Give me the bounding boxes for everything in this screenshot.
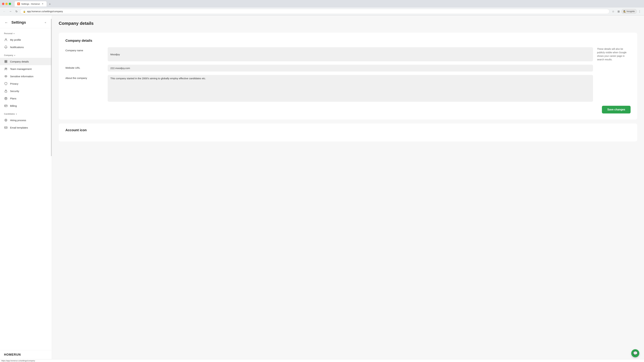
svg-point-13 [5,120,6,121]
page-title: Company details [59,21,637,26]
website-url-input[interactable] [108,65,593,71]
svg-rect-10 [4,105,7,107]
sensitive-information-label: Sensitive information [10,75,33,78]
reload-btn[interactable]: ↻ [14,9,19,14]
tab-favicon: H [17,2,20,5]
forward-btn[interactable]: → [8,9,13,14]
people-icon [4,67,8,71]
svg-point-6 [6,68,7,69]
svg-rect-11 [5,106,6,106]
email-templates-label: Email templates [10,126,28,129]
company-name-input[interactable] [108,47,593,61]
sidebar-collapse-btn[interactable]: « [43,20,48,25]
hiring-process-label: Hiring process [10,119,26,122]
app-container: ← Settings « Personal ▾ My profile [0,15,644,359]
company-details-label: Company details [10,60,29,63]
sidebar-item-my-profile[interactable]: My profile [0,36,52,43]
sidebar-item-security[interactable]: Security [0,87,52,95]
account-icon-card-title: Account icon [66,128,630,132]
window-controls [2,3,11,5]
sidebar-back-btn[interactable]: ← [4,20,9,25]
logo-text: HOMERUN [4,353,48,357]
sidebar-item-billing[interactable]: Billing [0,102,52,109]
lock-icon [4,89,8,93]
active-tab[interactable]: H Settings · Homerun ✕ [14,1,47,6]
about-company-row: About the company This company started i… [66,75,630,102]
extension-btn[interactable]: ⊞ [616,9,621,14]
chat-icon: 💬 [633,351,638,356]
svg-point-5 [5,68,6,69]
chat-bubble-btn[interactable]: 💬 [631,349,639,357]
sidebar-item-plans[interactable]: Plans [0,95,52,102]
sidebar-item-notifications[interactable]: Notifications [0,43,52,51]
company-chevron-icon: ▾ [14,54,15,56]
sidebar-item-hiring-process[interactable]: Hiring process [0,116,52,124]
address-bar[interactable]: 🔒 app.homerun.co/settings/company [20,9,610,14]
billing-label: Billing [10,104,17,107]
incognito-label: Incognito [626,10,635,12]
candidates-chevron-icon: ▾ [16,113,17,115]
incognito-badge[interactable]: 🕵 Incognito [622,9,636,14]
svg-rect-3 [5,62,6,63]
candidates-section-label: Candidates ▾ [0,111,52,116]
status-url: https://app.homerun.co/settings/company [1,360,35,362]
main-content: Company details Company details Company … [52,15,644,359]
company-name-label: Company name [66,47,102,52]
personal-chevron-icon: ▾ [14,33,14,34]
nav-bar: ← → ↻ 🔒 app.homerun.co/settings/company … [0,7,644,15]
new-tab-btn[interactable]: + [48,2,52,6]
sidebar-scrollbar-thumb[interactable] [51,19,52,156]
box-icon [4,96,8,100]
team-management-label: Team management [10,67,32,70]
my-profile-label: My profile [10,38,21,41]
svg-rect-1 [5,60,6,61]
maximize-window-btn[interactable] [9,3,11,5]
svg-rect-9 [5,91,7,92]
content-area: Company details Company name These detai… [52,29,644,152]
sidebar-scrollbar[interactable] [51,15,52,359]
security-label: Security [10,90,19,92]
sidebar-nav: Personal ▾ My profile [0,28,52,192]
about-company-textarea[interactable]: This company started in the 2000's aimin… [108,75,593,102]
sidebar-item-company-details[interactable]: Company details [0,58,52,65]
save-changes-button[interactable]: Save changes [602,106,630,113]
star-btn[interactable]: ☆ [611,9,616,14]
company-details-card-title: Company details [66,39,630,42]
tab-close-btn[interactable]: ✕ [41,2,44,5]
account-icon-card: Account icon [59,123,637,141]
incognito-icon: 🕵 [623,10,626,12]
tab-bar: H Settings · Homerun ✕ + [12,1,54,6]
company-section-label: Company ▾ [0,53,52,58]
titlebar: H Settings · Homerun ✕ + [0,0,644,7]
sidebar-logo: HOMERUN [0,350,52,359]
page-header: Company details [52,15,644,29]
menu-btn[interactable]: ⋮ [637,9,642,14]
plans-label: Plans [10,97,16,100]
back-btn[interactable]: ← [2,9,7,14]
status-bar: https://app.homerun.co/settings/company [0,359,644,362]
minimize-window-btn[interactable] [5,3,8,5]
website-url-label: Website URL [66,65,102,69]
sidebar-header: ← Settings « [0,15,52,28]
privacy-label: Privacy [10,82,18,85]
sidebar-item-team-management[interactable]: Team management [0,65,52,72]
card-icon [4,104,8,108]
svg-rect-2 [6,60,7,61]
person-icon [4,38,8,41]
sidebar-item-privacy[interactable]: Privacy [0,80,52,87]
website-url-field-wrap [108,65,630,71]
svg-point-12 [5,119,7,121]
about-company-field-wrap: This company started in the 2000's aimin… [108,75,630,102]
sidebar-title: Settings [12,20,40,25]
sidebar: ← Settings « Personal ▾ My profile [0,15,52,359]
close-window-btn[interactable] [2,3,4,5]
personal-section-label: Personal ▾ [0,31,52,36]
tab-label: Settings · Homerun [21,3,40,5]
circle-icon [4,118,8,122]
browser-chrome: H Settings · Homerun ✕ + ← → ↻ 🔒 app.hom… [0,0,644,15]
svg-point-7 [5,75,7,77]
sidebar-item-sensitive-information[interactable]: Sensitive information [0,72,52,80]
company-details-hint: These details will also be publicly visi… [597,47,630,61]
sidebar-item-email-templates[interactable]: Email templates [0,124,52,131]
company-name-row: Company name These details will also be … [66,47,630,61]
